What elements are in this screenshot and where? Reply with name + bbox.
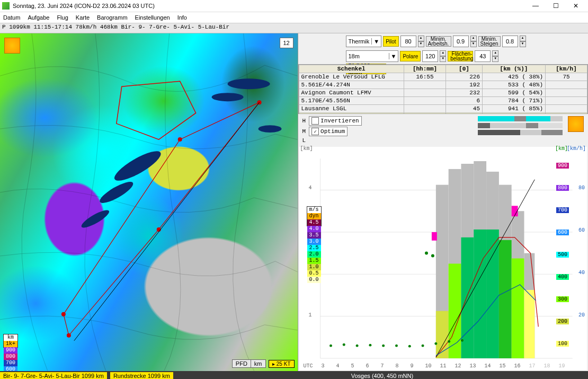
menu-karte[interactable]: Karte xyxy=(76,14,90,21)
pilot-spinner[interactable]: ▲▼ xyxy=(418,36,424,47)
polare-value[interactable]: 120 xyxy=(422,50,438,62)
menubar: Datum Aufgabe Flug Karte Barogramm Einst… xyxy=(0,12,588,23)
svg-point-5 xyxy=(259,125,282,133)
yr-label-kmh: [km/h] xyxy=(567,146,586,152)
app-icon xyxy=(2,2,10,10)
th-dist0[interactable]: [0] xyxy=(446,65,483,73)
pfd-button[interactable]: PFD xyxy=(233,360,251,367)
svg-point-46 xyxy=(425,252,428,255)
menu-einstellungen[interactable]: Einstellungen xyxy=(135,14,170,21)
map-overlay xyxy=(0,33,298,371)
mid-controls: H Invertieren M ✓ Optimum L xyxy=(298,114,589,146)
svg-point-38 xyxy=(369,344,371,347)
svg-rect-32 xyxy=(524,290,534,358)
map-panel[interactable]: 12 km 1k+9008007006005004003002001000 PF… xyxy=(0,33,298,371)
minimize-button[interactable]: — xyxy=(525,0,546,12)
svg-point-1 xyxy=(212,93,244,101)
flbel-value[interactable]: 43 xyxy=(475,50,491,62)
route-infobar: P 1099km 11:15-17:14 78km/h 468km Bir- 9… xyxy=(0,23,588,33)
th-time[interactable]: [hh:mm] xyxy=(404,65,446,73)
svg-point-9 xyxy=(61,312,66,316)
svg-rect-29 xyxy=(486,230,499,358)
svg-point-37 xyxy=(355,345,358,347)
minarb-label: Minim. Arbeitsh. xyxy=(426,36,451,47)
flbel-label: Flächen- belastung xyxy=(448,51,473,61)
controls-panel: Thermik ▼ Pilot 80 ▲▼ Minim. Arbeitsh. 0… xyxy=(298,33,589,64)
th-schenkel[interactable]: Schenkel xyxy=(299,65,404,73)
pfd-km-toggle[interactable]: PFD km xyxy=(232,359,266,368)
svg-point-10 xyxy=(178,137,182,142)
svg-rect-30 xyxy=(498,240,511,358)
minst-spinner[interactable]: ▲▼ xyxy=(520,36,526,47)
svg-point-47 xyxy=(431,254,434,258)
minarb-spinner[interactable]: ▲▼ xyxy=(470,36,477,47)
optimum-checkbox[interactable]: ✓ xyxy=(311,128,319,135)
maximize-button[interactable]: ☐ xyxy=(546,0,566,12)
label-M: M xyxy=(302,128,306,135)
optimum-label: Optimum xyxy=(320,128,345,135)
status-rundstrecke: Rundstrecke 1099 km xyxy=(110,372,173,379)
invert-label: Invertieren xyxy=(320,118,359,124)
svg-point-44 xyxy=(448,340,450,343)
th-kmh[interactable]: [km/h] xyxy=(546,65,587,73)
chart-svg xyxy=(299,147,587,370)
menu-datum[interactable]: Datum xyxy=(3,14,20,21)
km-legend-title: km xyxy=(4,334,17,341)
utc-label: UTC xyxy=(304,363,313,369)
menu-info[interactable]: Info xyxy=(177,14,187,21)
sun-icon xyxy=(4,38,20,54)
statusbar: Bir- 9- 7-Gre- 5-Avi- 5-Lau-Bir 1099 km … xyxy=(0,371,588,379)
svg-point-41 xyxy=(408,345,411,348)
status-route: Bir- 9- 7-Gre- 5-Avi- 5-Lau-Bir 1099 km xyxy=(0,372,107,379)
svg-rect-34 xyxy=(431,232,436,241)
zoom-level[interactable]: 12 xyxy=(280,38,293,48)
svg-rect-28 xyxy=(474,230,486,358)
menu-flug[interactable]: Flug xyxy=(57,14,68,21)
minarb-value[interactable]: 0.9 xyxy=(453,36,469,47)
window-title: Sonntag, 23. Juni 2024 (ICON-D2 23.06.20… xyxy=(13,3,525,9)
span-select[interactable]: 18m xyxy=(346,53,389,59)
wind-indicator: ▸ 25 KT xyxy=(269,360,294,368)
minst-value[interactable]: 0.8 xyxy=(502,36,518,47)
legs-table[interactable]: Schenkel [hh:mm] [0] [km (%)] [km/h] Gre… xyxy=(298,64,589,114)
titlebar: Sonntag, 23. Juni 2024 (ICON-D2 23.06.20… xyxy=(0,0,588,12)
cloud-bars xyxy=(478,116,563,135)
svg-point-40 xyxy=(395,345,398,347)
svg-rect-31 xyxy=(511,259,524,358)
svg-point-39 xyxy=(382,345,385,347)
polare-label: Polare xyxy=(400,51,421,61)
span-arrow-icon[interactable]: ▼ xyxy=(389,53,398,59)
yr-label-km: [km] xyxy=(555,146,568,152)
minst-label: Minim. Steigen xyxy=(478,36,501,47)
barogram-chart[interactable]: [km] [km] [km/h] xyxy=(299,147,587,370)
svg-point-3 xyxy=(97,178,136,206)
svg-point-4 xyxy=(79,207,111,231)
polare-spinner[interactable]: ▲▼ xyxy=(440,50,446,62)
pilot-label: Pilot xyxy=(383,36,398,47)
menu-barogramm[interactable]: Barogramm xyxy=(97,14,127,21)
svg-point-45 xyxy=(460,339,463,342)
status-position: Vosges (400, 450 mNN) xyxy=(176,373,588,379)
th-kmpct[interactable]: [km (%)] xyxy=(483,65,546,73)
svg-rect-25 xyxy=(435,311,448,358)
sun-icon-right xyxy=(568,116,584,132)
thermik-select[interactable]: Thermik xyxy=(346,38,372,45)
pilot-value[interactable]: 80 xyxy=(400,36,416,47)
km-legend: km 1k+9008007006005004003002001000 xyxy=(3,334,18,348)
flbel-spinner[interactable]: ▲▼ xyxy=(492,50,498,62)
svg-point-42 xyxy=(421,345,424,347)
label-L: L xyxy=(302,137,306,144)
svg-point-43 xyxy=(434,342,437,345)
svg-point-0 xyxy=(228,78,270,89)
svg-point-2 xyxy=(111,146,165,186)
svg-point-8 xyxy=(67,333,71,338)
km-button[interactable]: km xyxy=(251,360,265,367)
ms-legend: m/s dyn 4.54.03.53.02.52.01.51.00.50.0 xyxy=(307,206,322,226)
menu-aufgabe[interactable]: Aufgabe xyxy=(28,14,49,21)
y-axis-label: [km] xyxy=(300,146,313,152)
svg-point-35 xyxy=(329,345,332,347)
invert-checkbox[interactable] xyxy=(311,117,319,125)
close-button[interactable]: ✕ xyxy=(566,0,586,12)
thermik-arrow-icon[interactable]: ▼ xyxy=(371,38,381,45)
label-H: H xyxy=(302,118,306,124)
